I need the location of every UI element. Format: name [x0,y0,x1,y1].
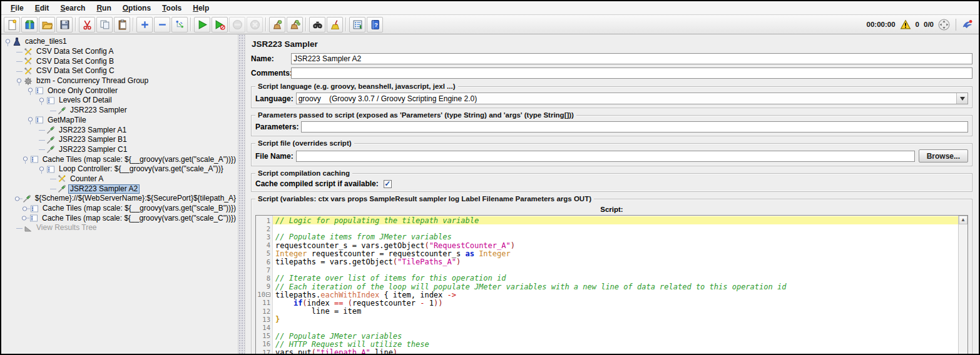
tree-item[interactable]: GetMapTile [4,116,238,126]
browse-button[interactable]: Browse... [919,149,968,162]
script-editor[interactable]: 12345678910111213141516171819 // Logic f… [255,215,968,354]
tree-item[interactable]: View Results Tree [4,223,238,233]
file-name-input[interactable] [296,151,915,162]
code-line[interactable] [273,224,958,232]
copy-icon[interactable] [96,17,113,32]
crosshair-icon[interactable] [938,19,950,31]
code-line[interactable]: vars.put("tilepath_A",line) [273,348,958,354]
editor-scrollbar[interactable]: ▲ ▼ [958,216,967,354]
code-line[interactable]: // Populate JMeter variables [273,332,958,340]
code-line[interactable]: // Iterate over list of items for this o… [273,274,958,282]
collapse-node-icon[interactable] [27,86,35,95]
fold-toggle-icon[interactable] [266,292,270,297]
code-line[interactable] [273,323,958,331]
expand-node-icon[interactable] [14,194,23,203]
tree-item-label: JSR223 Sampler A2 [68,184,140,194]
tree-item[interactable]: JSR223 Sampler B1 [4,135,238,145]
code-line[interactable] [273,266,958,274]
paste-icon[interactable] [114,17,130,32]
tree-item[interactable]: JSR223 Sampler A2 [4,184,238,194]
start-icon[interactable] [194,17,210,32]
code-line[interactable]: // HTTP Request will utilize these [273,340,958,348]
tree-item[interactable]: JSR223 Sampler C1 [4,145,238,155]
toolbar-separator [303,15,309,34]
menu-edit[interactable]: Edit [29,2,55,14]
script-file-section: Script file (overrides script) File Name… [251,143,972,166]
templates-icon[interactable] [21,17,38,32]
name-input[interactable] [291,53,972,64]
help-icon[interactable]: ? [367,17,383,32]
tree-item[interactable]: JSR223 Sampler [4,106,238,116]
tree-item[interactable]: ${Scheme}://${WebServerName}:${SecurePor… [4,194,238,204]
shutdown-icon[interactable] [247,17,263,32]
jmeter-window: FileEditSearchRunOptionsToolsHelp ? 00:0… [0,0,980,355]
warning-icon[interactable] [900,19,911,30]
search-reset-icon[interactable] [327,17,343,32]
collapse-node-icon[interactable] [4,38,13,46]
expand-all-icon[interactable] [136,17,153,32]
tree-item[interactable]: CSV Data Set Config B [4,56,238,66]
start-no-pauses-icon[interactable] [212,17,228,32]
collapse-node-icon[interactable] [22,155,30,164]
code-line[interactable]: // Logic for populating the tilepath var… [273,216,958,224]
tree-item[interactable]: Cache Tiles (map scale: ${__groovy(vars.… [4,213,238,223]
expand-node-icon[interactable] [21,214,29,222]
tree-item[interactable]: Loop Controller: ${__groovy(vars.get("sc… [4,164,238,174]
menu-options[interactable]: Options [117,2,156,14]
panel-splitter[interactable] [238,34,245,354]
code-line[interactable]: } [273,315,958,323]
function-helper-icon[interactable] [349,17,365,32]
tree-item[interactable]: bzm - Concurrency Thread Group [4,76,238,86]
search-icon[interactable] [309,17,325,32]
code-line[interactable]: tilepaths = vars.getObject("TilePaths_A"… [273,258,958,266]
menu-run[interactable]: Run [91,2,116,14]
collapse-node-icon[interactable] [16,77,24,86]
collapse-node-icon[interactable] [27,116,35,124]
tree-item[interactable]: Once Only Controller [4,86,238,96]
parameters-input[interactable] [301,121,968,132]
main-area: cache_tiles1CSV Data Set Config ACSV Dat… [1,34,979,354]
tree-item[interactable]: Cache Tiles (map scale: ${__groovy(vars.… [4,154,238,164]
save-icon[interactable] [56,17,73,32]
chevron-down-icon[interactable] [956,93,967,104]
code-area[interactable]: // Logic for populating the tilepath var… [273,216,958,354]
code-line[interactable]: // Each iteration of the loop will popul… [273,282,958,291]
tree-item[interactable]: cache_tiles1 [4,37,238,47]
tree-item[interactable]: CSV Data Set Config C [4,66,238,76]
toggle-icon[interactable] [171,17,188,32]
menu-tools[interactable]: Tools [156,2,187,14]
script-section-title: Script (variables: ctx vars props Sample… [255,195,594,202]
tree-item[interactable]: Levels Of Detail [4,96,238,106]
clear-icon[interactable] [269,17,285,32]
clear-all-icon[interactable] [287,17,303,32]
code-line[interactable]: if(index == (requestcounter - 1)) [273,299,958,307]
code-line[interactable]: Integer requestcounter = requestcounter_… [273,249,958,258]
cut-icon[interactable] [79,17,95,32]
stop-icon[interactable] [229,17,245,32]
collapse-node-icon[interactable] [38,96,46,105]
collapse-all-icon[interactable] [154,17,170,32]
code-line[interactable]: requestcounter_s = vars.getObject("Reque… [273,241,958,249]
scroll-up-icon[interactable]: ▲ [959,216,967,224]
code-line[interactable]: line = item [273,307,958,315]
menu-file[interactable]: File [5,2,29,14]
tree-item[interactable]: JSR223 Sampler A1 [4,125,238,135]
menubar: FileEditSearchRunOptionsToolsHelp [1,1,979,15]
language-dropdown[interactable]: groovy (Groovy 3.0.7 / Groovy Scripting … [296,92,968,104]
cache-compiled-checkbox[interactable]: ✓ [384,180,392,188]
tree-item[interactable]: CSV Data Set Config A [4,47,238,57]
new-file-icon[interactable] [4,17,20,32]
code-line[interactable]: tilepaths.eachWithIndex { item, index -> [273,291,958,299]
comments-input[interactable] [291,68,972,79]
open-icon[interactable] [39,17,55,32]
line-number: 16 [256,340,272,348]
menu-search[interactable]: Search [54,2,91,14]
menu-help[interactable]: Help [187,2,215,14]
script-file-section-title: Script file (overrides script) [255,139,354,147]
code-line[interactable]: // Populate items from JMeter variables [273,232,958,241]
caching-section: Script compilation caching Cache compile… [251,173,972,192]
tree-item[interactable]: Counter A [4,174,238,184]
collapse-node-icon[interactable] [38,165,46,174]
expand-node-icon[interactable] [22,204,30,213]
tree-item[interactable]: Cache Tiles (map scale: ${__groovy(vars.… [4,204,238,214]
